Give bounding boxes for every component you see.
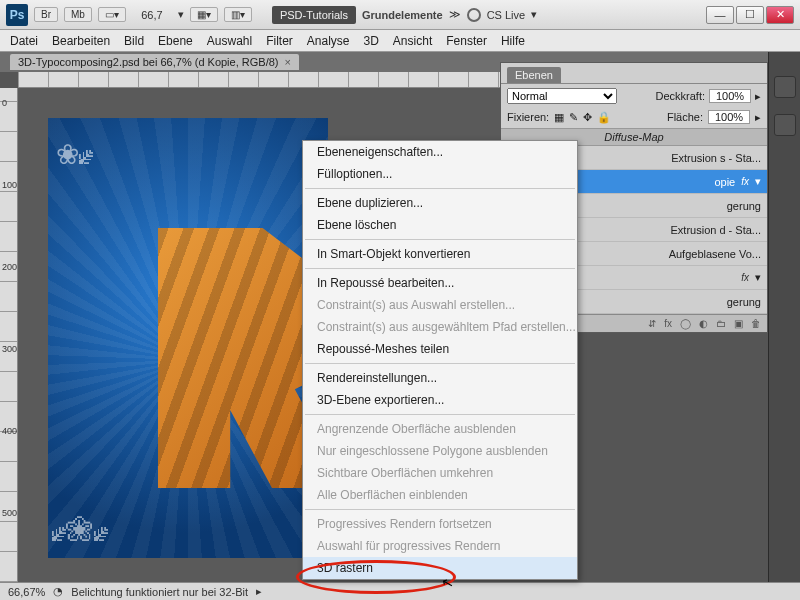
layer-name: Aufgeblasene Vo... <box>669 248 761 260</box>
context-menu-item[interactable]: Fülloptionen... <box>303 163 577 185</box>
mask-icon[interactable]: ◯ <box>680 318 691 329</box>
context-menu-item: Auswahl für progressives Rendern <box>303 535 577 557</box>
context-menu-item: Constraint(s) aus Auswahl erstellen... <box>303 294 577 316</box>
context-menu-item: Alle Oberflächen einblenden <box>303 484 577 506</box>
blend-mode-select[interactable]: Normal <box>507 88 617 104</box>
ruler-tick: 0 <box>2 98 7 108</box>
folder-icon[interactable]: 🗀 <box>716 318 726 329</box>
adjustment-icon[interactable]: ◐ <box>699 318 708 329</box>
cs-live-icon[interactable] <box>467 8 481 22</box>
context-menu-item: Progressives Rendern fortsetzen <box>303 513 577 535</box>
window-close-button[interactable]: ✕ <box>766 6 794 24</box>
menu-fenster[interactable]: Fenster <box>446 34 487 48</box>
collapsed-panel-icon[interactable] <box>774 114 796 136</box>
context-menu-item[interactable]: Repoussé-Meshes teilen <box>303 338 577 360</box>
lock-label: Fixieren: <box>507 111 549 123</box>
ruler-horizontal <box>18 72 500 88</box>
new-layer-icon[interactable]: ▣ <box>734 318 743 329</box>
menu-hilfe[interactable]: Hilfe <box>501 34 525 48</box>
layers-panel-tab[interactable]: Ebenen <box>507 67 561 83</box>
document-canvas[interactable]: ❀⸙ ⸙❀ ⸙❀⸙ <box>48 118 328 558</box>
menu-datei[interactable]: Datei <box>10 34 38 48</box>
menu-separator <box>305 414 575 415</box>
context-menu-item[interactable]: In Repoussé bearbeiten... <box>303 272 577 294</box>
layer-name: gerung <box>727 296 761 308</box>
fill-flyout-icon[interactable]: ▸ <box>755 111 761 124</box>
window-minimize-button[interactable]: — <box>706 6 734 24</box>
arrange-docs-button[interactable]: ▥▾ <box>224 7 252 22</box>
menu-separator <box>305 239 575 240</box>
menu-auswahl[interactable]: Auswahl <box>207 34 252 48</box>
app-titlebar: Ps Br Mb ▭▾ 66,7 ▾ ▦▾ ▥▾ PSD-Tutorials G… <box>0 0 800 30</box>
ruler-tick: 400 <box>2 426 17 436</box>
menu-bearbeiten[interactable]: Bearbeiten <box>52 34 110 48</box>
fill-value[interactable]: 100% <box>708 110 750 124</box>
menu-analyse[interactable]: Analyse <box>307 34 350 48</box>
fill-label: Fläche: <box>667 111 703 123</box>
floral-swirl-icon: ❀⸙ <box>56 138 93 171</box>
workspace-grundelemente[interactable]: Grundelemente <box>362 9 443 21</box>
close-tab-icon[interactable]: × <box>284 56 290 68</box>
layer-name: Extrusion s - Sta... <box>671 152 761 164</box>
context-menu-item[interactable]: Rendereinstellungen... <box>303 367 577 389</box>
ruler-tick: 100 <box>2 180 17 190</box>
context-menu-item[interactable]: 3D-Ebene exportieren... <box>303 389 577 411</box>
lock-pixels-icon[interactable]: ✎ <box>569 111 578 124</box>
bridge-button[interactable]: Br <box>34 7 58 22</box>
zoom-value[interactable]: 66,7 <box>132 9 172 21</box>
menu-separator <box>305 188 575 189</box>
context-menu-item: Angrenzende Oberfläche ausblenden <box>303 418 577 440</box>
menu-ebene[interactable]: Ebene <box>158 34 193 48</box>
opacity-flyout-icon[interactable]: ▸ <box>755 90 761 103</box>
menu-separator <box>305 363 575 364</box>
context-menu-item[interactable]: Ebene löschen <box>303 214 577 236</box>
trash-icon[interactable]: 🗑 <box>751 318 761 329</box>
status-info-icon[interactable]: ◔ <box>53 585 63 598</box>
menu-separator <box>305 509 575 510</box>
main-menubar: DateiBearbeitenBildEbeneAuswahlFilterAna… <box>0 30 800 52</box>
collapsed-panel-icon[interactable] <box>774 76 796 98</box>
opacity-label: Deckkraft: <box>655 90 705 102</box>
ruler-vertical: 0100200300400500 <box>0 88 18 582</box>
screen-mode-icon[interactable]: ▭▾ <box>98 7 126 22</box>
document-tab[interactable]: 3D-Typocomposing2.psd bei 66,7% (d Kopie… <box>10 54 299 70</box>
layer-context-menu: Ebeneneigenschaften...Fülloptionen...Ebe… <box>302 140 578 580</box>
lock-transparency-icon[interactable]: ▦ <box>554 111 564 124</box>
menu-3d[interactable]: 3D <box>364 34 379 48</box>
layer-fx-icon[interactable]: fx <box>741 272 749 283</box>
ps-logo-icon: Ps <box>6 4 28 26</box>
cs-live-label[interactable]: CS Live <box>487 9 526 21</box>
layer-fx-icon[interactable]: fx <box>741 176 749 187</box>
minibridge-button[interactable]: Mb <box>64 7 92 22</box>
status-zoom[interactable]: 66,67% <box>8 586 45 598</box>
layer-name: Extrusion d - Sta... <box>671 224 761 236</box>
context-menu-item[interactable]: Ebeneneigenschaften... <box>303 141 577 163</box>
context-menu-item[interactable]: In Smart-Objekt konvertieren <box>303 243 577 265</box>
status-flyout-icon[interactable]: ▸ <box>256 585 262 598</box>
opacity-value[interactable]: 100% <box>709 89 751 103</box>
window-maximize-button[interactable]: ☐ <box>736 6 764 24</box>
chevron-down-icon[interactable]: ▾ <box>755 271 761 284</box>
cs-live-chevron-icon[interactable]: ▾ <box>531 8 537 21</box>
chevron-down-icon[interactable]: ▾ <box>755 175 761 188</box>
context-menu-item: Nur eingeschlossene Polygone ausblenden <box>303 440 577 462</box>
lock-position-icon[interactable]: ✥ <box>583 111 592 124</box>
menu-bild[interactable]: Bild <box>124 34 144 48</box>
link-layers-icon[interactable]: ⇵ <box>648 318 656 329</box>
context-menu-item: Constraint(s) aus ausgewähltem Pfad erst… <box>303 316 577 338</box>
context-menu-item[interactable]: Ebene duplizieren... <box>303 192 577 214</box>
view-extras-button[interactable]: ▦▾ <box>190 7 218 22</box>
fx-icon[interactable]: fx <box>664 318 672 329</box>
workspace-psdtutorials[interactable]: PSD-Tutorials <box>272 6 356 24</box>
menu-ansicht[interactable]: Ansicht <box>393 34 432 48</box>
workspace-more-icon[interactable]: ≫ <box>449 8 461 21</box>
ruler-tick: 500 <box>2 508 17 518</box>
zoom-stepper-icon[interactable]: ▾ <box>178 8 184 21</box>
lock-all-icon[interactable]: 🔒 <box>597 111 611 124</box>
document-tab-title: 3D-Typocomposing2.psd bei 66,7% (d Kopie… <box>18 56 278 68</box>
menu-filter[interactable]: Filter <box>266 34 293 48</box>
layer-name: gerung <box>727 200 761 212</box>
ruler-tick: 200 <box>2 262 17 272</box>
floral-swirl-icon: ⸙❀⸙ <box>52 515 108 548</box>
layer-name: opie <box>714 176 735 188</box>
